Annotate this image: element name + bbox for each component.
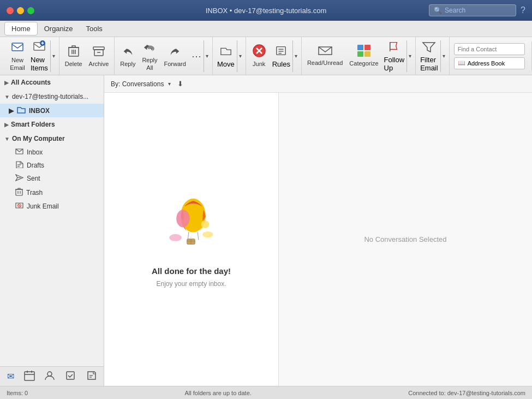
more-dropdown[interactable]: ▾ (204, 40, 210, 72)
sent-label: Sent (27, 175, 40, 182)
no-conversation-label: No Conversation Selected (364, 235, 446, 243)
svg-rect-35 (67, 372, 74, 379)
rules-dropdown[interactable]: ▾ (292, 40, 299, 72)
follow-up-button[interactable]: FollowUp (382, 40, 407, 72)
content-area: By: Conversations ▾ ⬇ (104, 75, 532, 386)
nav-contacts-icon[interactable] (40, 368, 59, 385)
menu-home[interactable]: Home (4, 22, 38, 35)
email-list: All done for the day! Enjoy your empty i… (104, 93, 279, 386)
sort-label[interactable]: By: Conversations (111, 80, 164, 88)
search-box[interactable]: 🔍 Search (429, 4, 516, 16)
sidebar-item-trash[interactable]: Trash (0, 185, 104, 200)
smart-folders-label: Smart Folders (11, 121, 55, 128)
inbox-item[interactable]: ▶ INBOX (0, 104, 104, 117)
rules-button[interactable]: Rules (270, 40, 292, 72)
svg-point-42 (201, 221, 210, 229)
categorize-button[interactable]: Categorize (346, 40, 381, 72)
svg-point-41 (177, 210, 190, 228)
download-icon[interactable]: ⬇ (177, 80, 183, 88)
status-connection: Connected to: dev-17@testing-tutorials.c… (408, 390, 525, 396)
archive-label: Archive (89, 61, 109, 68)
nav-tasks-icon[interactable] (61, 368, 80, 385)
move-dropdown[interactable]: ▾ (237, 40, 243, 72)
follow-up-dropdown[interactable]: ▾ (407, 40, 413, 72)
new-email-button[interactable]: NewEmail (7, 40, 28, 72)
address-book-button[interactable]: 📖 Address Book (454, 57, 525, 69)
sidebar-item-drafts[interactable]: Drafts (0, 159, 104, 172)
toolbar-group-tags: Read/Unread Categorize (302, 37, 416, 75)
all-accounts-label: All Accounts (11, 79, 51, 86)
toolbar-group-delete: Delete Archive (59, 37, 115, 75)
read-unread-label: Read/Unread (307, 59, 343, 67)
archive-icon (93, 44, 105, 59)
new-items-label: NewItems (31, 56, 48, 72)
filter-email-dropdown[interactable]: ▾ (440, 40, 447, 72)
follow-up-icon (388, 40, 400, 55)
empty-state: All done for the day! Enjoy your empty i… (152, 191, 231, 288)
reply-label: Reply (120, 61, 135, 68)
empty-title: All done for the day! (152, 266, 231, 276)
status-sync: All folders are up to date. (185, 390, 252, 396)
account-label: dev-17@testing-tutorials... (12, 93, 88, 100)
menu-organize[interactable]: Organize (38, 22, 80, 35)
junk-label: Junk (253, 61, 265, 68)
inbox-sub-icon (15, 148, 23, 157)
new-items-dropdown[interactable]: ▾ (50, 40, 57, 72)
sidebar-item-inbox[interactable]: Inbox (0, 146, 104, 159)
new-items-button[interactable]: NewItems (28, 40, 50, 72)
menu-tools[interactable]: Tools (79, 22, 109, 35)
reply-button[interactable]: Reply (117, 40, 139, 72)
move-button[interactable]: Move (215, 40, 237, 72)
forward-button[interactable]: Forward (161, 40, 189, 72)
archive-button[interactable]: Archive (86, 40, 112, 72)
rules-icon (275, 44, 287, 59)
all-accounts-header[interactable]: ▶ All Accounts (0, 75, 104, 90)
search-placeholder: Search (445, 7, 465, 14)
toolbar: NewEmail NewItems ▾ (0, 37, 532, 75)
categorize-label: Categorize (349, 60, 378, 67)
minimize-button[interactable] (17, 7, 24, 14)
svg-line-44 (198, 232, 199, 240)
maximize-button[interactable] (27, 7, 34, 14)
toolbar-group-reply: Reply ReplyAll Forward ⋯ ▾ (115, 37, 213, 75)
delete-button[interactable]: Delete (62, 40, 86, 72)
help-button[interactable]: ? (521, 5, 525, 15)
svg-point-38 (170, 234, 182, 241)
nav-mail-icon[interactable]: ✉ (3, 369, 19, 384)
reply-all-button[interactable]: ReplyAll (139, 40, 160, 72)
toolbar-group-move: Move ▾ (213, 37, 246, 75)
smart-folders-header[interactable]: ▶ Smart Folders (0, 117, 104, 132)
forward-icon (169, 44, 181, 59)
filter-email-icon (422, 40, 436, 55)
window-title: INBOX • dev-17@testing-tutorials.com (206, 7, 327, 15)
toolbar-group-filter: FilterEmail ▾ (416, 37, 450, 75)
nav-notes-icon[interactable] (81, 368, 101, 385)
titlebar: INBOX • dev-17@testing-tutorials.com 🔍 S… (0, 0, 532, 21)
junk-email-label: Junk Email (27, 203, 59, 210)
statusbar: Items: 0 All folders are up to date. Con… (0, 386, 532, 399)
svg-rect-0 (12, 43, 23, 51)
sidebar-item-junk-email[interactable]: Junk Email (0, 200, 104, 213)
on-my-computer-header[interactable]: ▼ On My Computer (0, 132, 104, 146)
read-unread-button[interactable]: Read/Unread (304, 40, 346, 72)
search-icon: 🔍 (434, 7, 442, 14)
reply-all-icon (144, 40, 156, 56)
find-contact-input[interactable] (454, 43, 525, 55)
svg-rect-17 (357, 51, 363, 57)
rules-label: Rules (272, 60, 290, 68)
sent-icon (15, 174, 23, 183)
sidebar: ▶ All Accounts ▼ dev-17@testing-tutorial… (0, 75, 104, 386)
delete-icon (68, 44, 80, 59)
address-book-icon: 📖 (458, 59, 465, 67)
close-button[interactable] (7, 7, 14, 14)
nav-calendar-icon[interactable] (20, 368, 39, 385)
filter-email-button[interactable]: FilterEmail (418, 40, 440, 72)
more-button[interactable]: ⋯ (189, 40, 204, 72)
junk-email-icon (15, 202, 23, 211)
junk-button[interactable]: Junk (248, 40, 270, 72)
sidebar-item-sent[interactable]: Sent (0, 172, 104, 185)
account-header[interactable]: ▼ dev-17@testing-tutorials... (0, 90, 104, 104)
sort-chevron-icon[interactable]: ▾ (168, 81, 171, 87)
conversation-pane: No Conversation Selected (279, 93, 532, 386)
new-items-icon (33, 40, 46, 55)
